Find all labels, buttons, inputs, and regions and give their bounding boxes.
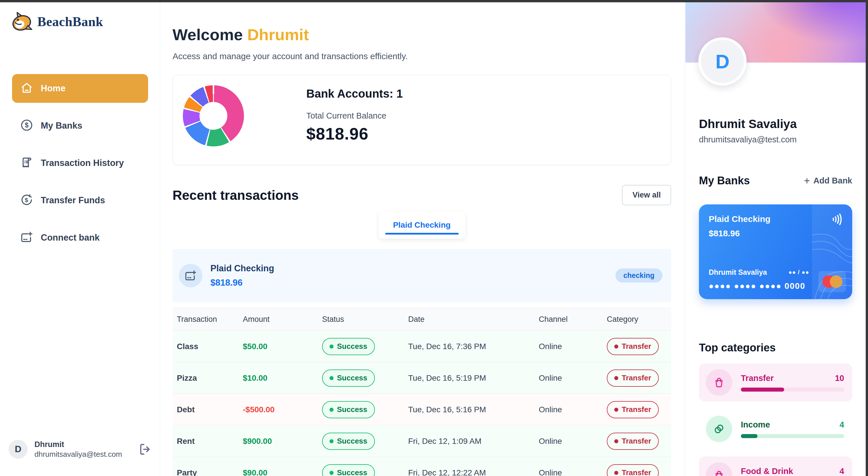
category-progress bbox=[741, 434, 844, 438]
bank-name: Plaid Checking bbox=[210, 263, 274, 274]
status-badge: Success bbox=[322, 464, 375, 476]
tab-plaid-checking[interactable]: Plaid Checking bbox=[379, 212, 465, 239]
card-expiry: ●● / ●● bbox=[788, 269, 809, 276]
category-badge: Transfer bbox=[607, 464, 659, 476]
card-bank-name: Plaid Checking bbox=[709, 214, 770, 224]
category-label: Food & Drink bbox=[741, 467, 793, 476]
table-header-row: Transaction Amount Status Date Channel C… bbox=[173, 308, 671, 331]
logout-icon[interactable] bbox=[138, 442, 152, 456]
bank-balance: $818.96 bbox=[210, 278, 274, 288]
sidebar-item-connect-bank[interactable]: Connect bank bbox=[12, 224, 148, 252]
total-balance-label: Total Current Balance bbox=[306, 111, 403, 121]
col-transaction: Transaction bbox=[177, 315, 243, 324]
svg-text:$: $ bbox=[25, 121, 29, 129]
txn-name: Class bbox=[177, 342, 243, 351]
txn-date: Fri, Dec 12, 12:22 AM bbox=[408, 468, 539, 476]
welcome-user-name: Dhrumit bbox=[247, 26, 309, 43]
category-badge: Transfer bbox=[607, 338, 659, 355]
add-bank-button[interactable]: + Add Bank bbox=[804, 176, 852, 186]
transactions-table: Transaction Amount Status Date Channel C… bbox=[173, 308, 671, 476]
table-row: Class $50.00 Success Tue, Dec 16, 7:36 P… bbox=[173, 331, 671, 362]
tab-active-underline bbox=[385, 233, 459, 235]
plus-icon: + bbox=[804, 176, 810, 186]
transfer-icon: $ bbox=[20, 193, 33, 208]
window-frame-top bbox=[0, 0, 868, 2]
category-card-income: Income 4 bbox=[699, 410, 852, 448]
category-count: 4 bbox=[840, 420, 844, 429]
profile-name: Dhrumit Savaliya bbox=[699, 117, 797, 131]
table-row: Party $90.00 Success Fri, Dec 12, 12:22 … bbox=[173, 457, 671, 476]
txn-date: Tue, Dec 16, 5:19 PM bbox=[408, 374, 539, 383]
table-row: Pizza $10.00 Success Tue, Dec 16, 5:19 P… bbox=[173, 362, 671, 394]
sidebar-item-my-banks[interactable]: $ My Banks bbox=[12, 111, 148, 140]
account-type-badge: checking bbox=[615, 268, 662, 282]
brand-logo[interactable]: BeachBank bbox=[9, 9, 103, 34]
category-label: Transfer bbox=[741, 374, 774, 383]
txn-channel: Online bbox=[539, 374, 607, 383]
txn-amount: $90.00 bbox=[243, 468, 322, 476]
recent-transactions-title: Recent transactions bbox=[173, 187, 299, 203]
profile-email: dhrumitsavaliya@test.com bbox=[699, 135, 797, 144]
mastercard-icon bbox=[818, 271, 846, 292]
txn-date: Fri, Dec 12, 1:09 AM bbox=[408, 437, 539, 446]
user-name: Dhrumit bbox=[34, 440, 122, 450]
right-panel: D Dhrumit Savaliya dhrumitsavaliya@test.… bbox=[685, 2, 868, 476]
category-badge: Transfer bbox=[607, 433, 659, 450]
txn-name: Pizza bbox=[177, 374, 243, 383]
txn-name: Rent bbox=[177, 437, 243, 446]
status-badge: Success bbox=[322, 401, 375, 418]
card-balance: $818.96 bbox=[709, 229, 740, 238]
account-tabbar: Plaid Checking bbox=[173, 212, 671, 239]
accounts-donut-chart bbox=[183, 85, 244, 146]
table-row: Rent $900.00 Success Fri, Dec 12, 1:09 A… bbox=[173, 425, 671, 457]
page-subtitle: Access and manage your account and trans… bbox=[173, 51, 671, 61]
col-status: Status bbox=[322, 315, 408, 324]
sidebar-item-label: Transfer Funds bbox=[41, 195, 105, 206]
card-plus-icon bbox=[20, 231, 33, 245]
home-icon bbox=[20, 81, 33, 96]
top-categories-title: Top categories bbox=[699, 341, 776, 354]
sidebar-user-footer: D Dhrumit dhrumitsavaliya@test.com bbox=[9, 440, 152, 459]
category-count: 10 bbox=[835, 374, 844, 383]
category-card-transfer: Transfer 10 bbox=[699, 363, 852, 401]
sidebar-nav: Home $ My Banks bbox=[12, 74, 148, 261]
txn-channel: Online bbox=[539, 437, 607, 446]
receipt-icon bbox=[20, 156, 33, 170]
sidebar-item-transaction-history[interactable]: Transaction History bbox=[12, 149, 148, 177]
brand-name: BeachBank bbox=[37, 14, 103, 29]
card-number: ●●●● ●●●● ●●●● 0000 bbox=[709, 281, 805, 291]
total-balance-amount: $818.96 bbox=[306, 124, 403, 143]
debit-card[interactable]: Plaid Checking $818.96 Dhrumit Savaliya … bbox=[699, 204, 852, 299]
col-amount: Amount bbox=[243, 315, 322, 324]
welcome-text: Welcome bbox=[173, 26, 243, 43]
col-date: Date bbox=[408, 315, 539, 324]
total-balance-card: Bank Accounts: 1 Total Current Balance $… bbox=[173, 75, 671, 165]
category-badge: Transfer bbox=[607, 369, 659, 387]
category-card-food-drink: Food & Drink 4 bbox=[699, 456, 852, 476]
shark-mascot-icon bbox=[9, 9, 33, 34]
txn-amount: $50.00 bbox=[243, 342, 322, 351]
sidebar-item-label: Transaction History bbox=[41, 158, 124, 168]
txn-channel: Online bbox=[539, 342, 607, 351]
sidebar-item-label: My Banks bbox=[41, 121, 82, 131]
txn-date: Tue, Dec 16, 7:36 PM bbox=[408, 342, 539, 351]
my-banks-title: My Banks bbox=[699, 175, 750, 187]
coins-icon bbox=[706, 416, 732, 442]
card-holder: Dhrumit Savaliya bbox=[709, 268, 767, 276]
sidebar-item-transfer-funds[interactable]: $ Transfer Funds bbox=[12, 186, 148, 215]
shopping-bag-icon bbox=[706, 462, 732, 476]
status-badge: Success bbox=[322, 433, 375, 450]
page-title: Welcome Dhrumit bbox=[173, 25, 671, 44]
txn-channel: Online bbox=[539, 405, 607, 414]
view-all-button[interactable]: View all bbox=[622, 185, 671, 205]
status-badge: Success bbox=[322, 338, 375, 355]
sidebar-item-label: Connect bank bbox=[41, 233, 100, 243]
bank-accounts-count: Bank Accounts: 1 bbox=[306, 87, 403, 100]
sidebar-item-home[interactable]: Home bbox=[12, 74, 148, 103]
shopping-bag-icon bbox=[706, 369, 732, 396]
svg-text:$: $ bbox=[25, 197, 28, 203]
col-category: Category bbox=[607, 315, 667, 324]
category-count: 4 bbox=[840, 467, 844, 476]
dollar-circle-icon: $ bbox=[20, 119, 33, 133]
bank-summary-row[interactable]: Plaid Checking $818.96 checking bbox=[173, 249, 671, 302]
